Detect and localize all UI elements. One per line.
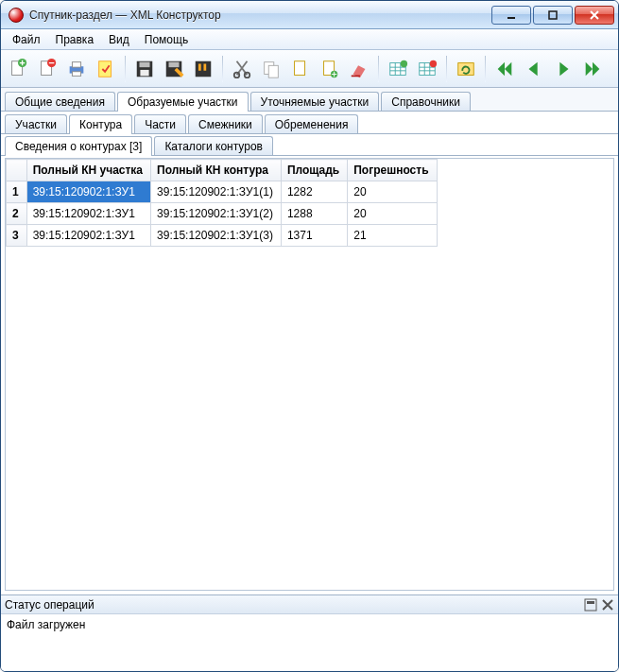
subtab-contours[interactable]: Контура: [69, 114, 132, 134]
paste-button[interactable]: [287, 55, 314, 83]
app-icon: [9, 8, 24, 23]
cell-rownum: 1: [7, 181, 27, 203]
svg-rect-8: [72, 71, 80, 76]
paste-add-button[interactable]: [317, 55, 343, 83]
tab-refs[interactable]: Справочники: [381, 92, 471, 111]
cell-kn-parcel: 39:15:120902:1:ЗУ1: [26, 225, 150, 247]
cell-error: 20: [348, 203, 437, 225]
toolbar-separator: [446, 56, 447, 82]
clear-button[interactable]: [346, 55, 372, 83]
nav-last-button[interactable]: [579, 55, 606, 83]
paste-icon: [290, 59, 311, 79]
menu-edit[interactable]: Правка: [48, 31, 102, 48]
main-tabstrip: Общие сведения Образуемые участки Уточня…: [1, 88, 618, 112]
save-as-button[interactable]: [161, 55, 187, 83]
validate-button[interactable]: [93, 55, 119, 83]
tab-general[interactable]: Общие сведения: [5, 92, 115, 111]
nav-prev-icon: [524, 59, 544, 79]
nav-next-button[interactable]: [550, 55, 576, 83]
status-header[interactable]: Статус операций: [1, 595, 618, 614]
window-title: Спутник-раздел — XML Конструктор: [29, 9, 221, 22]
subtab-encumb[interactable]: Обременения: [265, 114, 359, 133]
svg-rect-28: [585, 599, 596, 611]
maximize-button[interactable]: [533, 6, 573, 25]
menu-view[interactable]: Вид: [101, 31, 137, 48]
close-button[interactable]: [575, 6, 614, 25]
copy-icon: [261, 59, 282, 79]
tab-formed[interactable]: Образуемые участки: [117, 92, 249, 112]
svg-rect-0: [507, 17, 515, 19]
dock-icon[interactable]: [584, 598, 597, 612]
subtab-parts[interactable]: Части: [134, 114, 186, 133]
print-icon: [66, 59, 87, 79]
tab-refined[interactable]: Уточняемые участки: [250, 92, 380, 111]
cell-kn-contour: 39:15:120902:1:ЗУ1(2): [151, 203, 282, 225]
svg-rect-11: [140, 61, 150, 67]
col-kn-contour[interactable]: Полный КН контура: [151, 160, 282, 181]
table-insert-button[interactable]: [385, 55, 411, 83]
nav-next-icon: [553, 59, 574, 79]
close-panel-icon[interactable]: [601, 598, 614, 612]
table-row[interactable]: 1 39:15:120902:1:ЗУ1 39:15:120902:1:ЗУ1(…: [7, 181, 438, 203]
svg-rect-1: [549, 11, 557, 19]
toolbar-separator: [485, 56, 486, 82]
maximize-icon: [547, 9, 559, 21]
svg-rect-19: [268, 65, 278, 78]
nav-last-icon: [582, 59, 603, 79]
status-panel: Статус операций Файл загружен: [1, 594, 618, 671]
col-rownum[interactable]: [7, 160, 27, 181]
save-all-button[interactable]: [190, 55, 216, 83]
svg-rect-29: [587, 601, 594, 604]
svg-rect-20: [295, 60, 305, 75]
cell-rownum: 3: [7, 225, 27, 247]
status-body[interactable]: Файл загружен: [1, 614, 618, 671]
table-insert-icon: [387, 59, 408, 79]
cut-button[interactable]: [229, 55, 255, 83]
toolbar-separator: [222, 56, 223, 82]
refresh-button[interactable]: [453, 55, 479, 83]
col-area[interactable]: Площадь: [281, 160, 347, 181]
save-all-icon: [193, 59, 214, 79]
toolbar: [1, 50, 618, 88]
minimize-icon: [506, 9, 517, 21]
cell-kn-contour: 39:15:120902:1:ЗУ1(1): [151, 181, 282, 203]
clear-icon: [349, 59, 370, 79]
workarea: Общие сведения Образуемые участки Уточня…: [1, 88, 618, 594]
copy-button[interactable]: [258, 55, 284, 83]
contours-table: Полный КН участка Полный КН контура Площ…: [6, 159, 438, 247]
cell-area: 1371: [281, 225, 347, 247]
menu-file[interactable]: Файл: [5, 31, 48, 48]
titlebar[interactable]: Спутник-раздел — XML Конструктор: [1, 1, 618, 29]
save-button[interactable]: [131, 55, 158, 83]
subtab2-catalogs[interactable]: Каталоги контуров: [154, 136, 273, 155]
svg-rect-9: [99, 60, 112, 77]
nav-prev-button[interactable]: [521, 55, 547, 83]
subtab-parcels[interactable]: Участки: [5, 114, 67, 133]
menu-help[interactable]: Помощь: [137, 31, 196, 48]
validate-icon: [95, 59, 116, 79]
toolbar-separator: [378, 56, 379, 82]
col-kn-parcel[interactable]: Полный КН участка: [26, 160, 150, 181]
sub-tabstrip: Участки Контура Части Смежники Обременен…: [1, 112, 618, 134]
minimize-button[interactable]: [491, 6, 531, 25]
save-as-icon: [163, 59, 184, 79]
table-row[interactable]: 2 39:15:120902:1:ЗУ1 39:15:120902:1:ЗУ1(…: [7, 203, 438, 225]
new-doc-button[interactable]: [5, 55, 31, 83]
delete-doc-button[interactable]: [34, 55, 60, 83]
print-button[interactable]: [63, 55, 90, 83]
status-log-line: Файл загружен: [7, 618, 612, 631]
subtab2-contours-info[interactable]: Сведения о контурах [3]: [5, 136, 152, 156]
new-doc-icon: [8, 59, 28, 79]
col-error[interactable]: Погрешность: [348, 160, 437, 181]
table-container[interactable]: Полный КН участка Полный КН контура Площ…: [5, 158, 614, 591]
save-icon: [134, 59, 155, 79]
nav-first-button[interactable]: [491, 55, 518, 83]
table-remove-icon: [417, 59, 438, 79]
delete-doc-icon: [37, 59, 58, 79]
nav-first-icon: [494, 59, 515, 79]
cell-error: 21: [348, 225, 437, 247]
svg-rect-14: [169, 61, 180, 67]
subtab-neighbors[interactable]: Смежники: [188, 114, 263, 133]
table-remove-button[interactable]: [414, 55, 440, 83]
table-row[interactable]: 3 39:15:120902:1:ЗУ1 39:15:120902:1:ЗУ1(…: [7, 225, 438, 247]
